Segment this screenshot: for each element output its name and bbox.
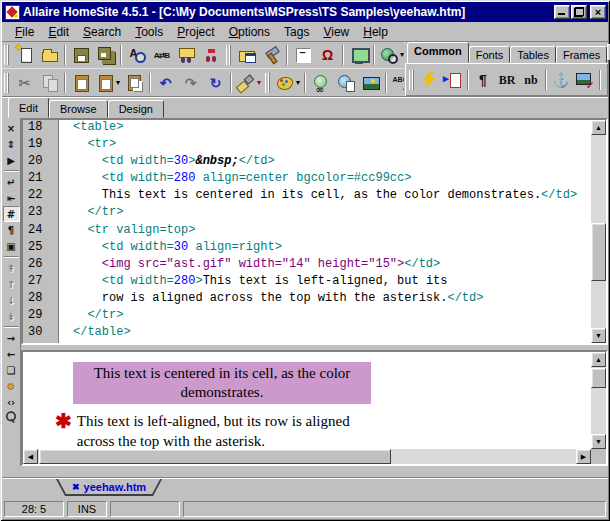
insert-image-button[interactable] xyxy=(358,72,383,94)
preview-scroll-right-icon[interactable]: ▶ xyxy=(576,449,591,464)
save-all-button[interactable] xyxy=(93,44,118,66)
site-tools-button[interactable] xyxy=(259,44,284,66)
tag-insight-icon[interactable]: ⇤ xyxy=(3,190,20,206)
replace-in-files-button[interactable] xyxy=(199,44,224,66)
inline-preview-icon[interactable]: ▣ xyxy=(3,238,20,254)
preview-vertical-scrollbar[interactable]: ▲ ▼ xyxy=(591,352,606,449)
code-editor[interactable]: 18<table>19 <tr>20 <td width=30>&nbsp;</… xyxy=(21,118,608,345)
preview-scroll-down-icon[interactable]: ▼ xyxy=(591,434,606,449)
copy-window-icon[interactable]: ❏ xyxy=(3,362,20,378)
extended-find-button[interactable] xyxy=(124,44,149,66)
toolbar-grip[interactable] xyxy=(4,45,9,65)
close-panel-icon[interactable]: × xyxy=(3,120,20,136)
preview-scroll-left-icon[interactable]: ◀ xyxy=(23,449,38,464)
first-edit-icon[interactable]: ↟ xyxy=(3,260,20,276)
spell-check-button[interactable] xyxy=(389,72,404,94)
document-tabs: ✖yeehaw.htm xyxy=(2,478,608,499)
refresh-button[interactable]: ↻ xyxy=(203,72,228,94)
color-palette-button[interactable]: ▾ xyxy=(273,72,302,94)
paragraph-tag-button[interactable]: ¶ xyxy=(471,69,495,91)
copy-button[interactable] xyxy=(37,72,62,94)
show-invisibles-icon[interactable]: ¶ xyxy=(3,222,20,238)
document-tab-inner[interactable]: ✖yeehaw.htm xyxy=(56,479,162,495)
quick-tag-button[interactable] xyxy=(417,69,441,91)
zoom-icon[interactable] xyxy=(3,410,20,426)
tag-pair-icon[interactable]: ‹› xyxy=(3,394,20,410)
code-template-button[interactable] xyxy=(441,69,465,91)
image-tag-button[interactable] xyxy=(573,69,597,91)
menu-tools[interactable]: Tools xyxy=(128,23,170,41)
close-button[interactable]: × xyxy=(590,5,606,19)
editor-scrollbar-thumb[interactable] xyxy=(591,223,606,281)
preview-vscrollbar-thumb[interactable] xyxy=(591,368,606,388)
preview-horizontal-scrollbar[interactable]: ◀ ▶ xyxy=(23,449,591,464)
quickbar-tab-fonts[interactable]: Fonts xyxy=(469,46,511,63)
tab-close-icon[interactable]: ✖ xyxy=(72,482,80,492)
validate-document-button[interactable] xyxy=(333,72,358,94)
split-view-icon[interactable]: ⇕ xyxy=(3,136,20,152)
menu-help[interactable]: Help xyxy=(356,23,395,41)
menu-options[interactable]: Options xyxy=(222,23,277,41)
menu-view[interactable]: View xyxy=(316,23,356,41)
full-screen-edit-icon[interactable]: ▶ xyxy=(3,152,20,168)
codesweeper-button[interactable]: ▾ xyxy=(234,72,263,94)
new-document-button[interactable] xyxy=(12,44,37,66)
preview-hscrollbar-thumb[interactable] xyxy=(39,449,391,464)
line-number: 23 xyxy=(23,205,59,222)
special-characters-button[interactable]: Ω xyxy=(315,44,340,66)
gear-icon[interactable]: ⚙ xyxy=(3,378,20,394)
cut-button[interactable]: ✂ xyxy=(12,72,37,94)
quickbar-tab-common[interactable]: Common xyxy=(407,42,469,63)
code-line: 20 <td width=30>&nbsp;</td> xyxy=(23,154,591,171)
word-wrap-icon[interactable]: ↵ xyxy=(3,174,20,190)
paste-special-button[interactable]: ▾ xyxy=(93,72,122,94)
preview-scroll-up-icon[interactable]: ▲ xyxy=(591,352,606,367)
last-edit-icon[interactable]: ↡ xyxy=(3,308,20,324)
browse-preview-button[interactable] xyxy=(346,44,371,66)
save-button[interactable] xyxy=(68,44,93,66)
verify-links-button[interactable] xyxy=(308,72,333,94)
find-in-files-button[interactable] xyxy=(174,44,199,66)
menu-file[interactable]: File xyxy=(8,23,41,41)
menu-search[interactable]: Search xyxy=(76,23,128,41)
document-tab[interactable]: ✖yeehaw.htm xyxy=(56,479,162,496)
extended-replace-button[interactable]: A⇄B xyxy=(149,44,174,66)
restore-button[interactable] xyxy=(571,5,587,19)
menu-tags[interactable]: Tags xyxy=(277,23,316,41)
previous-edit-icon[interactable]: ↑ xyxy=(3,276,20,292)
indent-left-icon[interactable]: ← xyxy=(3,346,20,362)
menu-project[interactable]: Project xyxy=(170,23,221,41)
minimize-button[interactable] xyxy=(554,5,570,19)
anchor-tag-button[interactable]: ⚓ xyxy=(549,69,573,91)
non-breaking-space-tag-button[interactable]: nb xyxy=(519,69,543,91)
scroll-down-icon[interactable]: ▼ xyxy=(591,328,606,343)
code-area[interactable]: 18<table>19 <tr>20 <td width=30>&nbsp;</… xyxy=(23,120,591,343)
toolbar-grip[interactable] xyxy=(265,73,270,93)
tab-design[interactable]: Design xyxy=(108,100,164,118)
editor-vertical-scrollbar[interactable]: ▲ ▼ xyxy=(591,120,606,343)
scroll-up-icon[interactable]: ▲ xyxy=(591,120,606,135)
paste-all-button[interactable] xyxy=(122,72,147,94)
external-browser-button[interactable]: ▾ xyxy=(377,44,404,66)
quickbar-tab-frames[interactable]: Frames xyxy=(556,46,607,63)
indent-right-icon[interactable]: → xyxy=(3,330,20,346)
toolbar-grip[interactable] xyxy=(409,70,414,90)
toolbar-grip[interactable] xyxy=(226,45,231,65)
toolbar-grip[interactable] xyxy=(4,73,9,93)
tab-browse[interactable]: Browse xyxy=(49,100,108,118)
more-buttons-button[interactable]: ⋮ xyxy=(603,69,608,91)
undo-button[interactable]: ↶ xyxy=(153,72,178,94)
open-file-button[interactable] xyxy=(37,44,62,66)
code-segment xyxy=(73,171,102,185)
redo-button[interactable]: ↷ xyxy=(178,72,203,94)
line-break-tag-button[interactable]: BR xyxy=(495,69,519,91)
projects-button[interactable] xyxy=(234,44,259,66)
line-numbers-icon[interactable]: # xyxy=(3,206,20,222)
tab-edit[interactable]: Edit xyxy=(8,97,49,118)
tag-completion-button[interactable] xyxy=(290,44,315,66)
next-edit-icon[interactable]: ↓ xyxy=(3,292,20,308)
paste-button[interactable] xyxy=(68,72,93,94)
menu-edit[interactable]: Edit xyxy=(41,23,76,41)
pane-sash[interactable] xyxy=(2,466,608,478)
quickbar-tab-tables[interactable]: Tables xyxy=(510,46,556,63)
